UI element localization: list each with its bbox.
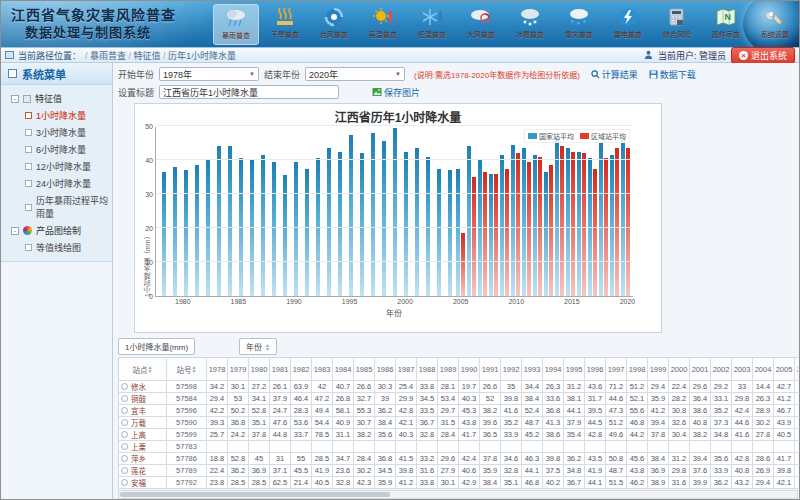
bar-group-2008 [488, 127, 499, 296]
table-header-row: 站点 ▲▼站号 ▲▼197819791980198119821983198419… [119, 357, 798, 381]
table-row[interactable]: 万载5759039.336.835.147.653.654.440.930.73… [119, 417, 798, 429]
radio-icon[interactable] [121, 419, 128, 426]
current-user: 当前用户: 管理员 [658, 49, 726, 62]
col-header[interactable]: 站点 ▲▼ [119, 357, 167, 381]
table-row[interactable]: 莲花5778922.436.236.937.145.541.923.630.23… [119, 465, 798, 477]
table-row[interactable]: 上高5759925.724.237.844.833.778.531.138.23… [119, 429, 798, 441]
nav-map[interactable]: N图件审查 [703, 4, 749, 45]
scrollbar-thumb[interactable] [120, 492, 390, 497]
nav-risk[interactable]: 综合风险 [654, 4, 700, 45]
bar-group-2017 [587, 127, 598, 296]
tree-item-等值线绘图[interactable]: 等值线绘图 [3, 239, 110, 256]
station-name-cell[interactable]: 万载 [119, 417, 167, 429]
calc-result-button[interactable]: 计算结果 [591, 68, 638, 81]
nav-snow[interactable]: ***雪灾普查 [556, 4, 602, 45]
table-row[interactable]: 萍乡5778618.852.845315528.534.728.436.841.… [119, 453, 798, 465]
value-cell: 34.7 [333, 453, 354, 465]
bar-national [173, 167, 177, 296]
table-row[interactable]: 修水5759834.230.127.226.163.94240.726.630.… [119, 381, 798, 393]
save-icon [649, 70, 658, 79]
bar-national [382, 141, 386, 296]
radio-icon[interactable] [121, 467, 128, 474]
station-name-cell[interactable]: 修水 [119, 381, 167, 393]
radio-icon[interactable] [121, 383, 128, 390]
exit-system-button[interactable]: × 退出系统 [731, 47, 795, 64]
checkbox-icon[interactable] [25, 163, 32, 170]
nav-hail[interactable]: 冰雹普查 [507, 4, 553, 45]
table-row[interactable]: 宜丰5759642.250.252.824.728.349.458.155.33… [119, 405, 798, 417]
search-icon [591, 70, 600, 79]
radio-icon[interactable] [121, 479, 128, 486]
sort-arrows-icon[interactable]: ▲▼ [148, 365, 153, 373]
col-header[interactable]: 站号 ▲▼ [167, 357, 207, 381]
station-code-cell: 57584 [167, 393, 207, 405]
radio-icon[interactable] [121, 431, 128, 438]
checkbox-icon[interactable] [25, 244, 32, 251]
value-cell: 41.9 [585, 465, 606, 477]
end-year-select[interactable]: 2020年▼ [305, 67, 405, 81]
station-name-cell[interactable]: 萍乡 [119, 453, 167, 465]
radio-icon[interactable] [121, 455, 128, 462]
table-row[interactable]: 安福5779223.828.528.562.521.440.532.842.33… [119, 477, 798, 489]
chart-title-input[interactable] [159, 85, 339, 99]
station-name-cell[interactable]: 铜鼓 [119, 393, 167, 405]
breadcrumb-segment[interactable]: 历年1小时降水量 [168, 51, 236, 61]
nav-lightning[interactable]: 雷电普查 [605, 4, 651, 45]
nav-heat[interactable]: 高温普查 [360, 4, 406, 45]
station-name-cell[interactable]: 莲花 [119, 465, 167, 477]
tree-item-24小时降水量[interactable]: 24小时降水量 [3, 175, 110, 192]
start-year-select[interactable]: 1978年▼ [159, 67, 259, 81]
nav-settings[interactable]: 系统设置 [752, 4, 798, 45]
station-code-cell: 57599 [167, 429, 207, 441]
tree-item-1小时降水量[interactable]: 1小时降水量 [3, 107, 110, 124]
radio-icon[interactable] [121, 443, 128, 450]
radio-icon[interactable] [121, 407, 128, 414]
value-cell: 29.4 [207, 393, 228, 405]
value-cell: 37.8 [480, 453, 501, 465]
data-download-button[interactable]: 数据下载 [649, 68, 696, 81]
expand-icon[interactable]: - [11, 227, 19, 235]
expand-icon[interactable]: - [11, 95, 19, 103]
nav-cold[interactable]: 低温普查 [409, 4, 455, 45]
value-cell [774, 441, 795, 453]
value-cell [375, 441, 396, 453]
value-cell: 46.4 [291, 393, 312, 405]
checkbox-icon[interactable] [25, 129, 32, 136]
checkbox-icon[interactable] [25, 146, 32, 153]
table-row[interactable]: 铜鼓5758429.45334.137.946.447.226.832.7392… [119, 393, 798, 405]
value-cell: 36.2 [795, 429, 798, 441]
value-cell: 51.2 [627, 381, 648, 393]
nav-drought[interactable]: 干旱普查 [262, 4, 308, 45]
tree-group-产品图绘制[interactable]: -产品图绘制 [3, 222, 110, 239]
station-name-cell[interactable]: 安福 [119, 477, 167, 489]
table-horizontal-scrollbar[interactable] [118, 490, 798, 499]
nav-typhoon[interactable]: 台风普查 [311, 4, 357, 45]
checkbox-icon[interactable] [25, 180, 32, 187]
tree-item-历年暴雨过程平均雨量[interactable]: 历年暴雨过程平均雨量 [3, 192, 110, 222]
tree-item-3小时降水量[interactable]: 3小时降水量 [3, 124, 110, 141]
nav-gale[interactable]: 大风普查 [458, 4, 504, 45]
tree-item-6小时降水量[interactable]: 6小时降水量 [3, 141, 110, 158]
station-name-cell[interactable]: 上高 [119, 429, 167, 441]
sort-arrows-icon[interactable]: ▲▼ [192, 365, 197, 373]
value-cell: 30.8 [669, 405, 690, 417]
station-name-cell[interactable]: 宜丰 [119, 405, 167, 417]
nav-rainstorm[interactable]: 暴雨普查 [213, 4, 259, 45]
value-cell: 42.9 [459, 477, 480, 489]
tree-group-特征值[interactable]: -特征值 [3, 90, 110, 107]
save-image-label: 保存图片 [384, 86, 420, 99]
station-name-cell[interactable]: 上栗 [119, 441, 167, 453]
checkbox-icon[interactable] [25, 204, 32, 211]
radio-icon[interactable] [121, 395, 128, 402]
breadcrumb-segment[interactable]: 暴雨普查 [90, 51, 126, 61]
tree-item-12小时降水量[interactable]: 12小时降水量 [3, 158, 110, 175]
value-cell [732, 441, 753, 453]
year-sort-control[interactable]: 年份 ▲▼ [239, 338, 277, 355]
value-cell: 33 [732, 381, 753, 393]
value-cell: 39.5 [585, 405, 606, 417]
breadcrumb-segment[interactable]: 特征值 [134, 51, 161, 61]
value-cell: 29.4 [753, 477, 774, 489]
checkbox-icon[interactable] [25, 112, 32, 119]
table-row[interactable]: 上栗57783 [119, 441, 798, 453]
save-image-button[interactable]: 保存图片 [372, 86, 420, 99]
